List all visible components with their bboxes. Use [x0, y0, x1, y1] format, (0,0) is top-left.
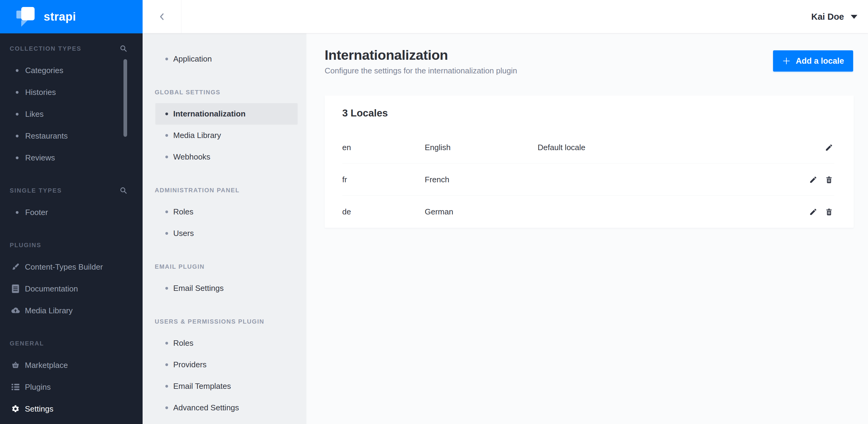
settings-nav-media-library[interactable]: Media Library: [143, 125, 306, 146]
sidebar-item-categories[interactable]: Categories: [0, 60, 143, 81]
bullet-icon: [165, 342, 168, 345]
sidebar-item-reviews[interactable]: Reviews: [0, 147, 143, 169]
main-content: Internationalization Configure the setti…: [306, 33, 868, 424]
settings-nav-email-settings[interactable]: Email Settings: [143, 278, 306, 299]
bullet-icon: [16, 211, 19, 214]
add-locale-button[interactable]: Add a locale: [773, 50, 853, 72]
bullet-icon: [16, 135, 19, 137]
sidebar-item-plugins[interactable]: Plugins: [0, 376, 143, 398]
row-actions: [808, 207, 834, 217]
chevron-down-icon: [851, 15, 857, 19]
book-icon: [11, 285, 20, 293]
settings-nav-providers[interactable]: Providers: [143, 354, 306, 376]
locale-row-en[interactable]: en English Default locale: [324, 131, 854, 163]
bullet-icon: [165, 156, 168, 158]
right-pane: Kai Doe Application GLOBAL SETTINGS Inte…: [143, 0, 868, 424]
row-actions: [824, 142, 834, 152]
gear-icon: [11, 404, 20, 413]
locale-row-de[interactable]: de German: [324, 196, 854, 228]
settings-nav-application[interactable]: Application: [143, 48, 306, 70]
settings-group-users-permissions-plugin: USERS & PERMISSIONS PLUGIN: [143, 311, 306, 332]
settings-nav-up-roles[interactable]: Roles: [143, 332, 306, 354]
strapi-logo-text: strapi: [44, 10, 76, 23]
locales-table: en English Default locale: [324, 131, 854, 228]
bullet-icon: [165, 210, 168, 213]
bullet-icon: [165, 232, 168, 235]
bullet-icon: [165, 58, 168, 60]
sidebar-item-documentation[interactable]: Documentation: [0, 278, 143, 300]
settings-group-global-settings: GLOBAL SETTINGS: [143, 81, 306, 103]
settings-group-administration-panel: ADMINISTRATION PANEL: [143, 180, 306, 201]
trash-icon: [825, 175, 833, 184]
edit-locale-button[interactable]: [808, 175, 818, 185]
basket-icon: [11, 361, 20, 369]
settings-nav-admin-roles[interactable]: Roles: [143, 201, 306, 223]
bullet-icon: [16, 157, 19, 159]
locale-code: en: [342, 143, 425, 152]
sidebar-item-histories[interactable]: Histories: [0, 81, 143, 103]
sidebar-item-content-types-builder[interactable]: Content-Types Builder: [0, 256, 143, 278]
locale-name: French: [425, 175, 537, 185]
edit-locale-button[interactable]: [824, 142, 834, 152]
bullet-icon: [165, 287, 168, 290]
cloud-upload-icon: [11, 307, 20, 314]
settings-subnav: Application GLOBAL SETTINGS Internationa…: [143, 33, 306, 424]
sidebar-nav: COLLECTION TYPES Categories Histories Li…: [0, 33, 143, 420]
back-button[interactable]: [143, 0, 181, 33]
bullet-icon: [165, 363, 168, 366]
section-label: GENERAL: [10, 340, 44, 347]
bullet-icon: [16, 113, 19, 116]
bullet-icon: [165, 134, 168, 137]
pencil-icon: [825, 143, 833, 152]
content-body: Application GLOBAL SETTINGS Internationa…: [143, 33, 868, 424]
chevron-left-icon: [158, 12, 166, 21]
section-header-plugins: PLUGINS: [0, 234, 143, 256]
delete-locale-button[interactable]: [824, 175, 834, 185]
sidebar-item-media-library[interactable]: Media Library: [0, 300, 143, 322]
settings-nav-admin-users[interactable]: Users: [143, 223, 306, 244]
paintbrush-icon: [11, 263, 20, 271]
pencil-icon: [809, 208, 817, 216]
locale-name: English: [425, 143, 537, 152]
edit-locale-button[interactable]: [808, 207, 818, 217]
sidebar-item-likes[interactable]: Likes: [0, 103, 143, 125]
search-icon[interactable]: [120, 44, 127, 53]
bullet-icon: [16, 69, 19, 72]
sidebar-item-marketplace[interactable]: Marketplace: [0, 354, 143, 376]
user-name: Kai Doe: [811, 12, 844, 22]
bullet-icon: [165, 406, 168, 409]
section-header-single-types: SINGLE TYPES: [0, 180, 143, 201]
row-actions: [808, 175, 834, 185]
section-label: COLLECTION TYPES: [10, 45, 81, 52]
locales-card: 3 Locales en English Default locale: [324, 96, 854, 228]
sidebar-item-restaurants[interactable]: Restaurants: [0, 125, 143, 147]
section-header-collection-types: COLLECTION TYPES: [0, 38, 143, 60]
bullet-icon: [165, 385, 168, 388]
plus-icon: [782, 57, 790, 65]
section-label: SINGLE TYPES: [10, 187, 62, 194]
sidebar-item-footer[interactable]: Footer: [0, 201, 143, 223]
search-icon[interactable]: [120, 187, 127, 194]
user-menu[interactable]: Kai Doe: [811, 0, 857, 33]
strapi-logo[interactable]: strapi: [0, 0, 143, 33]
delete-locale-button[interactable]: [824, 207, 834, 217]
topbar: Kai Doe: [143, 0, 868, 33]
locale-code: fr: [342, 175, 425, 185]
settings-nav-email-templates[interactable]: Email Templates: [143, 376, 306, 397]
locales-card-title: 3 Locales: [324, 107, 854, 119]
sidebar-scrollbar-thumb[interactable]: [123, 59, 127, 137]
locale-name: German: [425, 207, 537, 217]
section-header-general: GENERAL: [0, 332, 143, 354]
list-icon: [11, 383, 20, 391]
locale-code: de: [342, 207, 425, 217]
strapi-logo-icon: [17, 6, 36, 27]
settings-nav-advanced-settings[interactable]: Advanced Settings: [143, 397, 306, 419]
app-root: strapi COLLECTION TYPES Categories Histo…: [0, 0, 868, 424]
section-label: PLUGINS: [10, 242, 41, 249]
bullet-icon: [16, 91, 19, 94]
locale-row-fr[interactable]: fr French: [324, 163, 854, 196]
settings-nav-webhooks[interactable]: Webhooks: [143, 146, 306, 168]
settings-nav-internationalization[interactable]: Internationalization: [155, 103, 298, 125]
locale-default-badge: Default locale: [537, 143, 824, 152]
sidebar-item-settings[interactable]: Settings: [0, 398, 143, 420]
